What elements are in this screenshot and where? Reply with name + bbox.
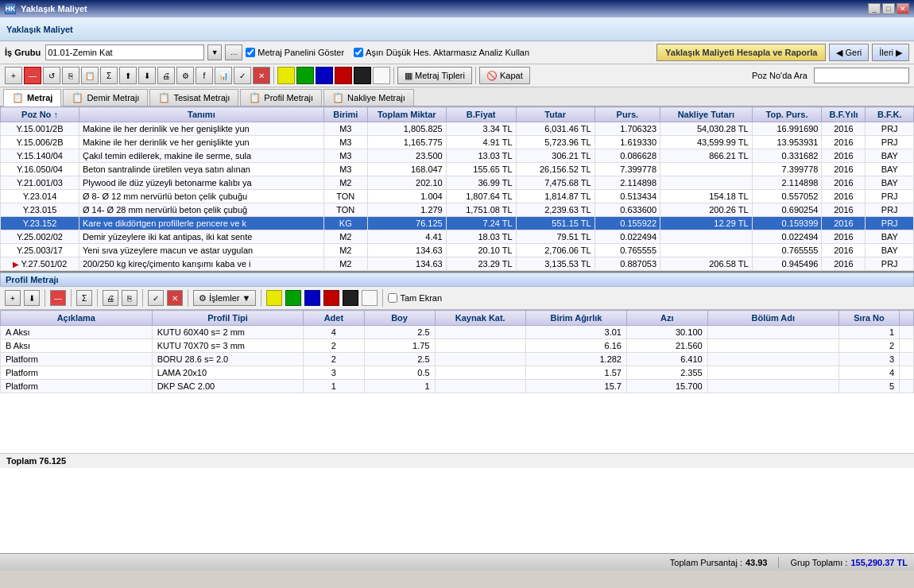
metraj-tipleri-button[interactable]: ▦ Metraj Tipleri: [397, 67, 472, 84]
separator-2: [393, 67, 394, 84]
ileri-button[interactable]: İleri ▶: [872, 44, 909, 61]
cell-bfiyat: 20.10 TL: [446, 244, 516, 257]
bottom-add-button[interactable]: +: [5, 290, 21, 306]
bottom-color-red[interactable]: [323, 290, 339, 306]
cell-tutar: 26,156.52 TL: [516, 163, 594, 176]
profil-tab-icon: 📋: [249, 92, 261, 103]
bottom-color-white[interactable]: [362, 290, 378, 306]
chart-button[interactable]: 📊: [215, 67, 232, 84]
cell-sira-no: 3: [838, 353, 899, 366]
cell-purs: 1.706323: [594, 122, 660, 136]
tab-tesisat-metraj[interactable]: 📋 Tesisat Metrajı: [149, 89, 238, 106]
tab-profil-metraj[interactable]: 📋 Profil Metrajı: [240, 89, 322, 106]
paste-button[interactable]: 📋: [81, 67, 99, 84]
table-row[interactable]: Y.15.001/2BMakine ile her derinlik ve he…: [1, 122, 914, 136]
settings-button[interactable]: ⚙: [176, 67, 194, 84]
cell-birim-agirlik: 1.57: [525, 366, 626, 380]
table-row[interactable]: Y.21.001/03Plywood ile düz yüzeyli beton…: [1, 176, 914, 190]
color-green-button[interactable]: [296, 67, 314, 84]
kapat-button[interactable]: 🚫 Kapat: [479, 67, 530, 84]
bottom-export-button[interactable]: ⬇: [24, 290, 40, 306]
formula-button[interactable]: f: [196, 67, 213, 84]
bottom-print-button[interactable]: 🖨: [103, 290, 118, 306]
import-button[interactable]: ⬆: [119, 67, 137, 84]
geri-icon: ◀: [836, 48, 842, 58]
col-kaynak-kat: Kaynak Kat.: [435, 311, 525, 326]
table-row[interactable]: Y.23.015Ø 14- Ø 28 mm nervürlü beton çel…: [1, 203, 914, 217]
cell-tanim: Makine ile her derinlik ve her genişlikt…: [79, 122, 323, 136]
hesapla-raporla-button[interactable]: Yaklaşık Maliyeti Hesapla ve Raporla: [656, 44, 826, 61]
refresh-button[interactable]: ↺: [43, 67, 60, 84]
list-item[interactable]: B AksıKUTU 70X70 s= 3 mm21.756.1621.5602: [1, 339, 914, 353]
cell-nakliye-tutari: 54,030.28 TL: [660, 122, 752, 136]
bottom-x-button[interactable]: ✕: [167, 290, 183, 306]
color-yellow-button[interactable]: [277, 67, 295, 84]
tab-nakliye-metraj[interactable]: 📋 Nakliye Metrajı: [323, 89, 414, 106]
export-button[interactable]: ⬇: [138, 67, 156, 84]
cell-top-purs: 0.765555: [752, 244, 822, 257]
toolbar-row-1: İş Grubu ▼ … Metraj Panelini Göster Aşır…: [0, 41, 914, 64]
list-item[interactable]: PlatformDKP SAC 2.001115.715.7005: [1, 380, 914, 393]
bottom-color-green[interactable]: [285, 290, 301, 306]
cell-bfiyat: 155.65 TL: [446, 163, 516, 176]
check-button[interactable]: ✓: [234, 67, 251, 84]
color-white-button[interactable]: [373, 67, 390, 84]
bottom-color-blue[interactable]: [304, 290, 320, 306]
is-grubu-dropdown[interactable]: ▼: [207, 44, 222, 60]
table-row[interactable]: Y.23.152Kare ve dikdörtgen profillerle p…: [1, 217, 914, 230]
table-row[interactable]: ▶ Y.27.501/02200/250 kg kireç/çimento ka…: [1, 257, 914, 271]
cell-bfyili: 2016: [822, 230, 866, 244]
color-black-button[interactable]: [354, 67, 371, 84]
cell-poz-no: Y.23.014: [1, 190, 79, 203]
status-bar: Toplam Pursantaj : 43.93 Grup Toplamı : …: [0, 553, 914, 571]
tab-metraj[interactable]: 📋 Metraj: [3, 89, 61, 106]
is-grubu-browse[interactable]: …: [225, 44, 242, 60]
toolbar2: + — ↺ ⎘ 📋 Σ ⬆ ⬇ 🖨 ⚙ f 📊 ✓ ✕ ▦ Metraj Ti: [5, 67, 530, 84]
bottom-check-button[interactable]: ✓: [148, 290, 164, 306]
asiri-dusuk-checkbox[interactable]: [354, 48, 363, 57]
search-input[interactable]: [814, 68, 909, 83]
maximize-button[interactable]: □: [882, 3, 895, 14]
bottom-remove-button[interactable]: —: [50, 290, 66, 306]
tab-demir-metraj[interactable]: 📋 Demir Metrajı: [63, 89, 148, 106]
cell-bfk: BAY: [866, 176, 914, 190]
bottom-copy-button[interactable]: ⎘: [122, 290, 137, 306]
tam-ekran-checkbox[interactable]: [388, 293, 397, 303]
sigma-button[interactable]: Σ: [100, 67, 118, 84]
table-row[interactable]: Y.16.050/04Beton santralinde üretilen ve…: [1, 163, 914, 176]
table-row[interactable]: Y.25.003/17Yeni sıva yüzeylere macun ve …: [1, 244, 914, 257]
color-blue-button[interactable]: [316, 67, 333, 84]
cell-birim: M3: [323, 163, 367, 176]
col-sira-no: Sıra No: [838, 311, 899, 326]
cell-poz-no: Y.23.152: [1, 217, 79, 230]
geri-button[interactable]: ◀ Geri: [829, 44, 869, 61]
copy-button[interactable]: ⎘: [62, 67, 79, 84]
minimize-button[interactable]: _: [868, 3, 881, 14]
table-row[interactable]: Y.25.002/02Demir yüzeylere iki kat antip…: [1, 230, 914, 244]
print-button[interactable]: 🖨: [157, 67, 175, 84]
cell-purs: 0.086628: [594, 149, 660, 163]
cell-scroll-spacer: [900, 353, 914, 366]
table-row[interactable]: Y.15.006/2BMakine ile her derinlik ve he…: [1, 136, 914, 149]
list-item[interactable]: PlatformBORU 28.6 s= 2.022.51.2826.4103: [1, 353, 914, 366]
cell-poz-no: Y.25.002/02: [1, 230, 79, 244]
islemler-button[interactable]: ⚙ İşlemler ▼: [193, 290, 256, 306]
ileri-icon: ▶: [896, 48, 902, 58]
table-row[interactable]: Y.15.140/04Çakıl temin edilerek, makine …: [1, 149, 914, 163]
cell-poz-no: Y.16.050/04: [1, 163, 79, 176]
bottom-sigma-button[interactable]: Σ: [76, 290, 92, 306]
col-bolum-adi: Bölüm Adı: [707, 311, 838, 326]
metraj-paneli-checkbox[interactable]: [246, 48, 255, 57]
is-grubu-input[interactable]: [45, 44, 204, 60]
table-row[interactable]: Y.23.014Ø 8- Ø 12 mm nervürlü beton çeli…: [1, 190, 914, 203]
bottom-color-yellow[interactable]: [266, 290, 282, 306]
close-button[interactable]: ✕: [897, 3, 909, 14]
remove-button[interactable]: —: [24, 67, 41, 84]
x-button[interactable]: ✕: [253, 67, 270, 84]
add-button[interactable]: +: [5, 67, 22, 84]
color-red-button[interactable]: [335, 67, 352, 84]
search-label: Poz No'da Ara: [752, 71, 807, 80]
list-item[interactable]: PlatformLAMA 20x1030.51.572.3554: [1, 366, 914, 380]
bottom-color-black[interactable]: [343, 290, 358, 306]
list-item[interactable]: A AksıKUTU 60X40 s= 2 mm42.53.0130.1001: [1, 326, 914, 339]
